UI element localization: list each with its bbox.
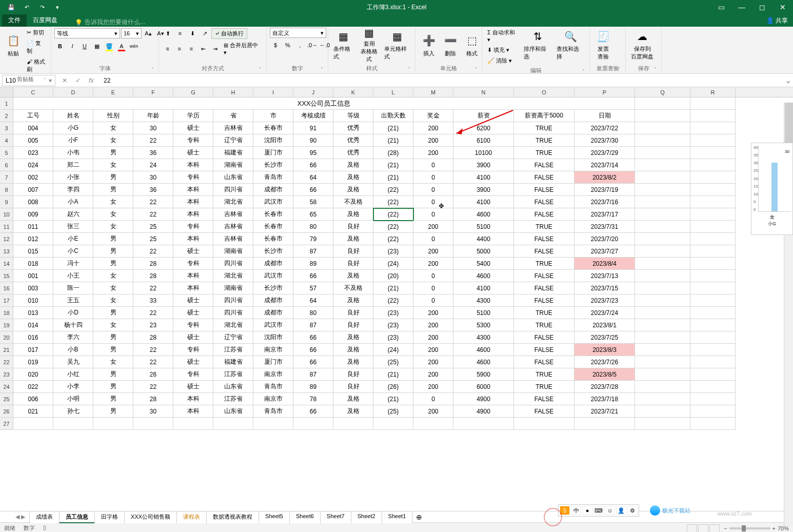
cell[interactable]: 4400 (453, 233, 514, 245)
cell[interactable]: 杨十四 (53, 319, 93, 331)
cell[interactable]: 6000 (453, 381, 514, 393)
cell[interactable] (293, 418, 333, 430)
cell[interactable]: 男 (93, 245, 133, 258)
cell[interactable]: (24) (373, 344, 413, 356)
cell[interactable] (514, 418, 574, 430)
cell[interactable]: 专科 (173, 171, 213, 184)
cell[interactable]: 专科 (173, 368, 213, 381)
row-header-13[interactable]: 13 (0, 245, 13, 258)
header-cell[interactable]: 省 (213, 110, 253, 122)
cell[interactable]: 硕士 (173, 356, 213, 368)
cell[interactable]: 66 (293, 159, 333, 171)
cell[interactable]: 4100 (453, 196, 514, 208)
cell[interactable]: 山东省 (213, 171, 253, 184)
cell[interactable]: 专科 (173, 258, 213, 270)
sheet-tab-课程表[interactable]: 课程表 (176, 511, 207, 523)
cell[interactable]: 0 (413, 270, 453, 282)
cell[interactable]: (21) (373, 393, 413, 405)
row-header-23[interactable]: 23 (0, 368, 13, 381)
cell[interactable]: 4900 (453, 405, 514, 418)
cell[interactable]: 87 (293, 368, 333, 381)
header-cell[interactable]: 学历 (173, 110, 213, 122)
cell[interactable]: 0 (413, 159, 453, 171)
row-header-27[interactable]: 27 (0, 418, 13, 430)
cell[interactable]: 山东省 (213, 405, 253, 418)
cell[interactable]: 辽宁省 (213, 134, 253, 147)
cell[interactable]: (22) (373, 233, 413, 245)
cell[interactable]: FALSE (514, 282, 574, 294)
cell[interactable]: 男 (93, 233, 133, 245)
cell[interactable]: FALSE (514, 233, 574, 245)
cell[interactable]: 2023/8/4 (574, 258, 635, 270)
row-header-17[interactable]: 17 (0, 294, 13, 307)
cell[interactable]: 江苏省 (213, 344, 253, 356)
indent-dec-icon[interactable]: ⇤ (198, 43, 209, 54)
cell[interactable]: 长春市 (253, 221, 293, 233)
cell[interactable]: 硕士 (173, 294, 213, 307)
header-cell[interactable]: 工号 (13, 110, 53, 122)
wrap-text-button[interactable]: ⤶ 自动换行 (211, 28, 247, 39)
cell[interactable]: 及格 (333, 331, 373, 344)
cell[interactable]: 女 (93, 134, 133, 147)
cell[interactable]: 湖北省 (213, 319, 253, 331)
cell[interactable]: 019 (13, 356, 53, 368)
fill-button[interactable]: ⬇ 填充 ▾ (485, 45, 521, 55)
row-header-25[interactable]: 25 (0, 393, 13, 405)
increase-font-icon[interactable]: A▴ (143, 28, 154, 39)
cell[interactable]: 4300 (453, 331, 514, 344)
cell[interactable]: 66 (293, 184, 333, 196)
cell[interactable]: (23) (373, 245, 413, 258)
cell[interactable]: 四川省 (213, 258, 253, 270)
cell[interactable]: 2023/7/15 (574, 282, 635, 294)
col-header-M[interactable]: M (413, 87, 453, 97)
cell[interactable]: 成都市 (253, 184, 293, 196)
cell[interactable]: 武汉市 (253, 196, 293, 208)
cell[interactable]: 22 (133, 245, 173, 258)
align-middle-icon[interactable]: ≡ (174, 28, 186, 39)
col-header-K[interactable]: K (333, 87, 373, 97)
cell[interactable]: 男 (93, 184, 133, 196)
cell[interactable]: 013 (13, 307, 53, 319)
spreadsheet-grid[interactable]: CDEFGHIJKLMNOPQR 12345678910111213141516… (0, 87, 793, 511)
cell[interactable] (133, 418, 173, 430)
header-cell[interactable]: 年龄 (133, 110, 173, 122)
cell[interactable]: 四川省 (213, 307, 253, 319)
cell[interactable]: 65 (293, 208, 333, 221)
cell-styles-button[interactable]: ▦单元格样式 (382, 28, 412, 62)
cell[interactable]: 22 (133, 282, 173, 294)
cell[interactable]: 30 (133, 405, 173, 418)
cell[interactable]: 2023/7/13 (574, 270, 635, 282)
indent-inc-icon[interactable]: ⇥ (210, 43, 221, 54)
cell[interactable]: (22) (373, 208, 413, 221)
cell[interactable]: 及格 (333, 270, 373, 282)
cell[interactable]: 吴九 (53, 356, 93, 368)
cell[interactable]: 小B (53, 344, 93, 356)
cell[interactable]: 25 (133, 221, 173, 233)
cell[interactable]: 024 (13, 159, 53, 171)
col-header-G[interactable]: G (173, 87, 213, 97)
cell[interactable]: 2023/7/28 (574, 381, 635, 393)
cell[interactable]: 003 (13, 282, 53, 294)
row-header-2[interactable]: 2 (0, 110, 13, 122)
sheet-tab-数据透视表教程[interactable]: 数据透视表教程 (206, 511, 259, 523)
cell[interactable]: FALSE (514, 171, 574, 184)
cell[interactable]: 66 (293, 331, 333, 344)
cell[interactable]: 5400 (453, 258, 514, 270)
cell[interactable]: 22 (133, 208, 173, 221)
col-header-N[interactable]: N (453, 87, 514, 97)
cell[interactable]: 男 (93, 393, 133, 405)
cell[interactable]: 及格 (333, 405, 373, 418)
zoom-slider[interactable] (729, 527, 770, 529)
cell[interactable] (453, 418, 514, 430)
sheet-tab-员工信息[interactable]: 员工信息 (59, 511, 95, 523)
cell[interactable]: 硕士 (173, 147, 213, 159)
cell[interactable]: 200 (413, 122, 453, 134)
cell[interactable]: 小红 (53, 368, 93, 381)
cell[interactable]: 66 (293, 356, 333, 368)
cell[interactable]: 78 (293, 393, 333, 405)
cell[interactable]: 女 (93, 196, 133, 208)
cell[interactable]: 012 (13, 233, 53, 245)
cell[interactable]: 4600 (453, 344, 514, 356)
cell[interactable]: 200 (413, 344, 453, 356)
delete-cells-button[interactable]: ➖删除 (440, 28, 461, 62)
